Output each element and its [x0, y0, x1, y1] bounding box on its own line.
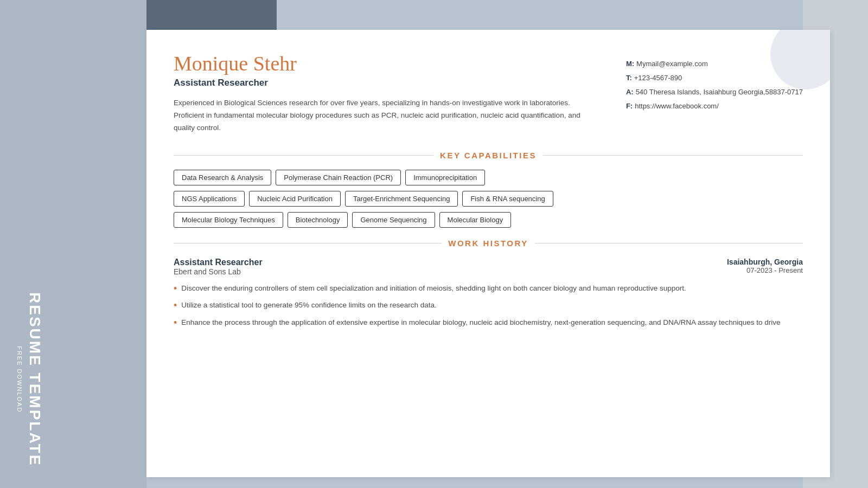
divider-line-right: [543, 155, 803, 156]
email-label: M:: [626, 57, 634, 71]
phone-value: +123-4567-890: [634, 71, 682, 85]
job-bullet-2: • Utilize a statistical tool to generate…: [174, 299, 803, 312]
divider-line-left-wh: [174, 243, 442, 244]
candidate-job-title: Assistant Researcher: [174, 78, 583, 88]
job-title-name: Assistant Researcher: [174, 258, 263, 267]
capabilities-divider: KEY CAPABILITIES: [174, 151, 803, 160]
sidebar-free-download-label: FREE DOWNLOAD: [16, 346, 23, 413]
job-bullet-1: • Discover the enduring controllers of s…: [174, 282, 803, 295]
capability-tag: Molecular Biology: [439, 212, 512, 228]
contact-phone-row: T: +123-4567-890: [626, 71, 803, 85]
resume-page: Monique Stehr Assistant Researcher Exper…: [146, 30, 830, 477]
capability-tag: Biotechnology: [288, 212, 348, 228]
main-wrapper: Monique Stehr Assistant Researcher Exper…: [146, 0, 868, 488]
facebook-value: https://www.facebook.com/: [635, 99, 719, 113]
job-dates: 07-2023 - Present: [727, 266, 803, 274]
capabilities-row-1: Data Research & Analysis Polymerase Chai…: [174, 170, 803, 185]
candidate-name: Monique Stehr: [174, 52, 583, 75]
bullet-dot-icon: •: [174, 299, 177, 312]
capability-tag: Target-Enrichment Sequencing: [345, 191, 458, 207]
capability-tag: Genome Sequencing: [352, 212, 435, 228]
sidebar-resume-template-label: RESUME TEMPLATE: [27, 292, 42, 466]
job-title-left: Assistant Researcher Ebert and Sons Lab: [174, 258, 263, 277]
facebook-label: F:: [626, 99, 633, 113]
capabilities-row-2: NGS Applications Nucleic Acid Purificati…: [174, 191, 803, 207]
contact-email-row: M: Mymail@example.com: [626, 57, 803, 71]
sidebar: FREE DOWNLOAD RESUME TEMPLATE: [0, 0, 146, 488]
capability-tag: Molecular Biology Techniques: [174, 212, 283, 228]
capability-tag: Immunoprecipitation: [405, 170, 485, 185]
bullet-text: Utilize a statistical tool to generate 9…: [181, 299, 437, 312]
work-history-section: WORK HISTORY Assistant Researcher Ebert …: [174, 239, 803, 329]
candidate-bio: Experienced in Biological Sciences resea…: [174, 97, 583, 134]
capability-tag: Nucleic Acid Purification: [249, 191, 341, 207]
work-history-divider: WORK HISTORY: [174, 239, 803, 248]
bullet-dot-icon: •: [174, 282, 177, 295]
contact-facebook-row: F: https://www.facebook.com/: [626, 99, 803, 113]
bullet-text: Enhance the process through the applicat…: [181, 317, 780, 329]
address-value: 540 Theresa Islands, Isaiahburg Georgia,…: [636, 85, 803, 99]
capabilities-section-title: KEY CAPABILITIES: [440, 151, 537, 160]
phone-label: T:: [626, 71, 632, 85]
divider-line-right-wh: [535, 243, 803, 244]
work-history-section-title: WORK HISTORY: [448, 239, 528, 248]
job-description: • Discover the enduring controllers of s…: [174, 282, 803, 329]
capability-tag: NGS Applications: [174, 191, 245, 207]
job-bullet-3: • Enhance the process through the applic…: [174, 317, 803, 329]
capability-tag: Polymerase Chain Reaction (PCR): [276, 170, 401, 185]
capability-tag: Fish & RNA sequencing: [462, 191, 553, 207]
bullet-text: Discover the enduring controllers of ste…: [181, 282, 686, 295]
job-location: Isaiahburgh, Georgia: [727, 258, 803, 266]
capability-tag: Data Research & Analysis: [174, 170, 271, 185]
sidebar-text-group: FREE DOWNLOAD RESUME TEMPLATE: [16, 292, 42, 466]
address-label: A:: [626, 85, 634, 99]
divider-line-left: [174, 155, 433, 156]
header-section: Monique Stehr Assistant Researcher Exper…: [174, 52, 803, 134]
contact-info: M: Mymail@example.com T: +123-4567-890 A…: [626, 52, 803, 113]
bullet-dot-icon: •: [174, 317, 177, 329]
capabilities-row-3: Molecular Biology Techniques Biotechnolo…: [174, 212, 803, 228]
email-value: Mymail@example.com: [636, 57, 708, 71]
contact-address-row: A: 540 Theresa Islands, Isaiahburg Georg…: [626, 85, 803, 99]
company-name: Ebert and Sons Lab: [174, 267, 263, 276]
header-left: Monique Stehr Assistant Researcher Exper…: [174, 52, 583, 134]
key-capabilities-section: KEY CAPABILITIES Data Research & Analysi…: [174, 151, 803, 228]
job-header: Assistant Researcher Ebert and Sons Lab …: [174, 258, 803, 277]
job-meta-right: Isaiahburgh, Georgia 07-2023 - Present: [727, 258, 803, 274]
